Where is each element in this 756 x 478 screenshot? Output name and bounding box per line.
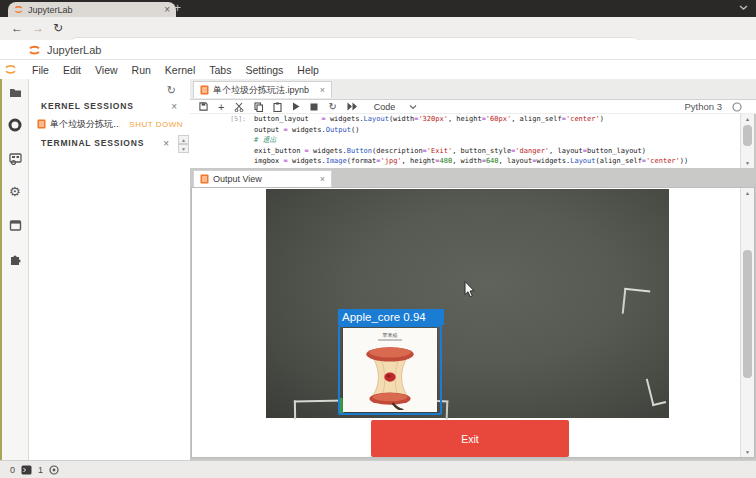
copy-cells-icon[interactable]	[254, 102, 263, 112]
scroll-down-icon[interactable]: ▼	[741, 158, 754, 168]
notebook-scrollbar[interactable]: ▲ ▼	[740, 114, 754, 168]
kernel-session-row[interactable]: 单个垃圾分拣玩… SHUT DOWN	[37, 116, 187, 132]
browser-address-bar: ← → ↻ localhost:8888/lab? ★ ⋮	[0, 17, 756, 40]
property-inspector-gears-icon[interactable]: ⚙	[9, 185, 21, 198]
menu-item-tabs[interactable]: Tabs	[202, 64, 238, 76]
zone-corner-mark	[646, 376, 666, 407]
notebook-toolbar: + ↻ Code Python 3	[190, 100, 756, 114]
menu-item-run[interactable]: Run	[125, 64, 158, 76]
output-scrollbar[interactable]: ▲ ▼	[740, 188, 754, 457]
menu-item-settings[interactable]: Settings	[238, 64, 290, 76]
close-terminal-sessions-icon[interactable]: ×	[163, 138, 169, 149]
kernel-sessions-header: KERNEL SESSIONS	[41, 101, 134, 111]
output-view-tab[interactable]: Output View ×	[193, 170, 332, 187]
notebook-file-icon	[200, 174, 209, 184]
run-all-icon[interactable]	[347, 102, 358, 111]
code-cell-content: button_layout = widgets.Layout(width='32…	[254, 114, 688, 167]
menu-item-kernel[interactable]: Kernel	[158, 64, 202, 76]
scroll-down-icon[interactable]: ▼	[178, 144, 189, 153]
open-tabs-icon[interactable]	[9, 220, 22, 231]
close-tab-icon[interactable]: ×	[164, 5, 170, 15]
restart-kernel-icon[interactable]: ↻	[328, 102, 336, 112]
notebook-tab-bar: 单个垃圾分拣玩法.ipynb ×	[190, 79, 756, 100]
menu-bar: FileEditViewRunKernelTabsSettingsHelp	[0, 60, 756, 80]
activity-bar: ⚙	[2, 79, 29, 460]
apple-core-card: 苹果核	[343, 328, 437, 412]
mouse-cursor	[464, 281, 475, 298]
scroll-up-icon[interactable]: ▲	[178, 135, 189, 144]
exit-button[interactable]: Exit	[371, 420, 569, 457]
code-line: output = widgets.Output()	[254, 125, 688, 136]
scroll-up-icon[interactable]: ▲	[741, 188, 754, 198]
screenshot-root: JupyterLab × + ← → ↻ localhost:8888/lab?…	[0, 0, 756, 478]
output-view-tab-bar: Output View ×	[190, 168, 756, 187]
output-view-tab-title: Output View	[213, 174, 316, 184]
kernel-status-icon	[732, 102, 742, 112]
back-icon[interactable]: ←	[11, 21, 23, 35]
code-line: button_layout = widgets.Layout(width='32…	[254, 114, 688, 125]
notebook-file-icon	[37, 119, 46, 129]
terminal-icon	[21, 465, 32, 475]
new-tab-button[interactable]: +	[174, 1, 181, 15]
sessions-panel: ↻ KERNEL SESSIONS × 单个垃圾分拣玩… SHUT DOWN T…	[29, 79, 191, 460]
code-cell[interactable]: [5]: button_layout = widgets.Layout(widt…	[190, 114, 740, 168]
close-output-view-icon[interactable]: ×	[320, 174, 325, 184]
cut-cells-icon[interactable]	[234, 102, 244, 112]
camera-feed-image: Apple_core 0.94 苹果核	[266, 189, 669, 418]
kernel-indicator[interactable]: Python 3	[685, 101, 743, 112]
notebook-tab-title: 单个垃圾分拣玩法.ipynb	[213, 84, 316, 97]
card-title: 苹果核	[343, 332, 437, 338]
kernel-count: 1	[38, 465, 43, 475]
extension-puzzle-icon[interactable]	[9, 252, 22, 265]
jupyter-favicon-icon	[14, 5, 23, 14]
close-notebook-tab-icon[interactable]: ×	[320, 85, 325, 95]
save-icon[interactable]	[199, 102, 208, 111]
kernel-session-name: 单个垃圾分拣玩…	[50, 118, 120, 131]
scroll-down-icon[interactable]: ▼	[741, 447, 754, 457]
notebook-tab[interactable]: 单个垃圾分拣玩法.ipynb ×	[193, 81, 332, 98]
output-view-panel: Apple_core 0.94 苹果核	[191, 187, 755, 458]
reload-icon[interactable]: ↻	[53, 21, 63, 35]
menu-item-help[interactable]: Help	[290, 64, 326, 76]
running-sessions-icon[interactable]	[8, 118, 22, 132]
cell-prompt: [5]:	[220, 115, 246, 123]
shutdown-button[interactable]: SHUT DOWN	[129, 120, 183, 129]
zone-corner-mark	[622, 288, 651, 317]
refresh-sessions-icon[interactable]: ↻	[167, 84, 176, 97]
kernel-icon	[49, 465, 59, 475]
code-line: # 退出	[254, 135, 688, 146]
cell-type-dropdown[interactable]: Code	[374, 102, 418, 112]
tab-search-chevron-icon[interactable]	[739, 4, 748, 11]
interrupt-kernel-icon[interactable]	[310, 103, 318, 111]
paste-cells-icon[interactable]	[273, 102, 282, 112]
terminal-sessions-header: TERMINAL SESSIONS	[41, 138, 144, 148]
code-line: exit_button = widgets.Button(description…	[254, 146, 688, 157]
browser-tab-title: JupyterLab	[28, 5, 159, 15]
kernel-name: Python 3	[685, 101, 723, 112]
apple-core-illustration	[343, 342, 437, 410]
jupyterlab-header: JupyterLab	[0, 40, 756, 60]
menu-item-file[interactable]: File	[25, 64, 56, 76]
detection-label-text: Apple_core 0.94	[342, 311, 426, 323]
menu-item-view[interactable]: View	[88, 64, 125, 76]
forward-icon[interactable]: →	[32, 21, 44, 35]
status-bar: 0 1	[0, 460, 756, 478]
jupyter-logo-icon	[28, 44, 41, 56]
jupyter-menu-logo-icon	[4, 64, 17, 75]
detection-label: Apple_core 0.94	[338, 309, 444, 325]
notebook-file-icon	[200, 85, 209, 95]
insert-cell-icon[interactable]: +	[218, 102, 224, 112]
scrollbar-thumb[interactable]	[743, 125, 752, 146]
browser-tab-strip: JupyterLab × +	[0, 0, 756, 17]
cell-type-value: Code	[374, 102, 396, 112]
close-kernel-sessions-icon[interactable]: ×	[171, 101, 177, 112]
menu-item-edit[interactable]: Edit	[56, 64, 88, 76]
file-browser-icon[interactable]	[9, 87, 22, 98]
run-cell-icon[interactable]	[292, 102, 300, 111]
scroll-up-icon[interactable]: ▲	[741, 114, 754, 124]
scrollbar-thumb[interactable]	[743, 250, 752, 378]
browser-tab[interactable]: JupyterLab ×	[8, 2, 176, 17]
code-line: imgbox = widgets.Image(format='jpg', hei…	[254, 156, 688, 167]
card-subtitle-line	[378, 339, 402, 341]
command-palette-icon[interactable]	[9, 153, 22, 165]
